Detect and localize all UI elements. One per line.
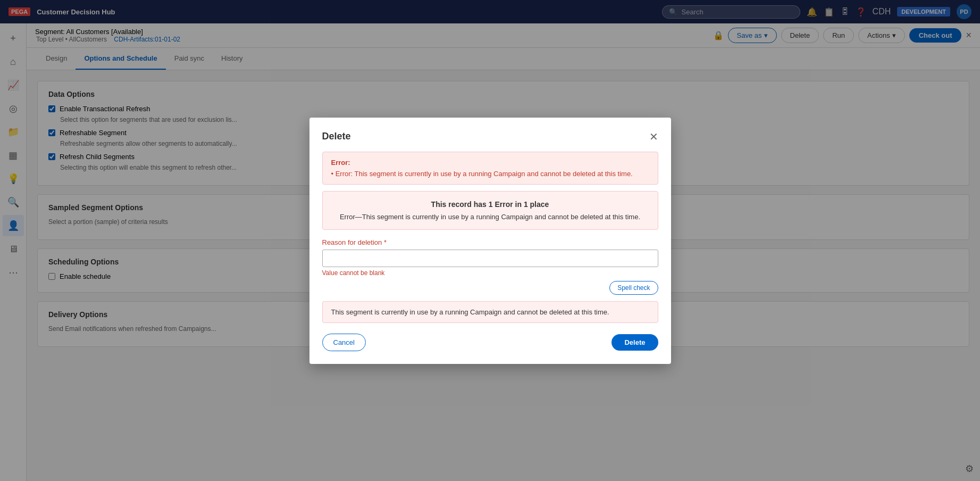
field-label: Reason for deletion * [322, 238, 658, 246]
error-banner: Error: Error: This segment is currently … [322, 152, 658, 185]
warning-message: Error—This segment is currently in use b… [331, 213, 649, 221]
error-message: Error: This segment is currently in use … [331, 170, 649, 178]
modal-footer: Cancel Delete [322, 334, 658, 351]
spell-check-row: Spell check [322, 281, 658, 295]
error-title: Error: [331, 159, 649, 167]
warning-title: This record has 1 Error in 1 place [331, 200, 649, 209]
required-asterisk: * [384, 238, 387, 246]
modal-close-button[interactable]: ✕ [649, 130, 658, 143]
reason-for-deletion-input[interactable] [322, 250, 658, 267]
modal-title: Delete [322, 131, 351, 142]
delete-modal: Delete ✕ Error: Error: This segment is c… [309, 118, 671, 364]
modal-overlay: Delete ✕ Error: Error: This segment is c… [0, 0, 980, 481]
warning-box: This record has 1 Error in 1 place Error… [322, 191, 658, 230]
modal-header: Delete ✕ [322, 130, 658, 143]
delete-confirm-button[interactable]: Delete [612, 334, 658, 351]
info-box: This segment is currently in use by a ru… [322, 301, 658, 323]
spell-check-button[interactable]: Spell check [609, 281, 658, 295]
cancel-button[interactable]: Cancel [322, 334, 366, 351]
field-error: Value cannot be blank [322, 269, 658, 277]
